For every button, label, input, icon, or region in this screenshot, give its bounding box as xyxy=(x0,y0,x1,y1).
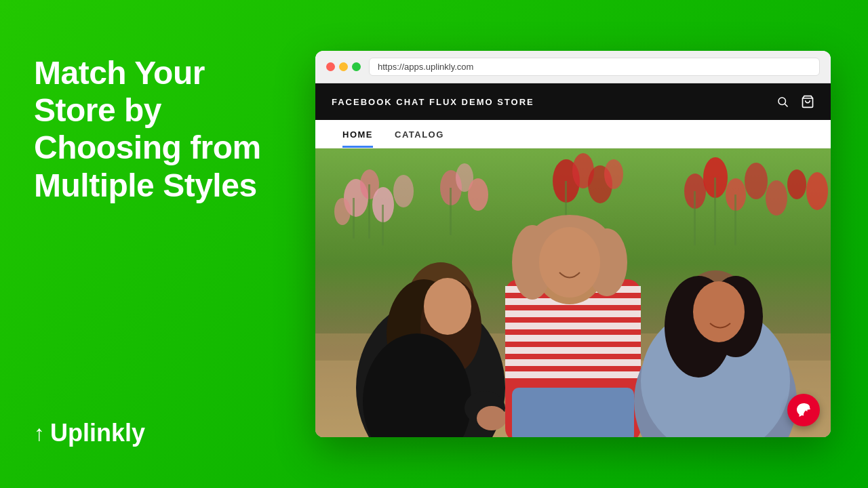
cart-icon xyxy=(801,95,814,108)
dot-yellow[interactable] xyxy=(339,62,348,71)
headline-container: Match Your Store by Choosing from Multip… xyxy=(34,54,264,204)
cart-button[interactable] xyxy=(801,95,814,108)
right-panel: https://apps.uplinkly.com FACEBOOK CHAT … xyxy=(298,0,868,488)
store-icons xyxy=(776,95,814,108)
store-nav: HOME CATALOG xyxy=(315,120,831,148)
store-title: FACEBOOK CHAT FLUX DEMO STORE xyxy=(332,97,534,107)
search-button[interactable] xyxy=(776,96,789,108)
store-header: FACEBOOK CHAT FLUX DEMO STORE xyxy=(315,83,831,120)
brand-name: Uplinkly xyxy=(50,419,145,447)
brand-arrow: ↑ xyxy=(34,421,45,446)
headline: Match Your Store by Choosing from Multip… xyxy=(34,54,264,204)
nav-item-home[interactable]: HOME xyxy=(332,120,384,148)
nav-item-catalog[interactable]: CATALOG xyxy=(384,120,455,148)
svg-rect-64 xyxy=(315,148,831,437)
browser-chrome: https://apps.uplinkly.com xyxy=(315,51,831,83)
store-hero xyxy=(315,148,831,437)
svg-line-1 xyxy=(785,104,787,106)
hero-image xyxy=(315,148,831,437)
brand: ↑ Uplinkly xyxy=(34,419,264,447)
browser-window: https://apps.uplinkly.com FACEBOOK CHAT … xyxy=(315,51,831,437)
dot-green[interactable] xyxy=(352,62,361,71)
search-icon xyxy=(776,96,789,108)
svg-point-0 xyxy=(778,98,786,105)
dot-red[interactable] xyxy=(326,62,335,71)
browser-dots xyxy=(326,62,361,71)
url-bar[interactable]: https://apps.uplinkly.com xyxy=(369,58,820,76)
messenger-fab-button[interactable] xyxy=(787,394,820,426)
messenger-icon xyxy=(795,402,812,418)
left-panel: Match Your Store by Choosing from Multip… xyxy=(0,0,298,488)
